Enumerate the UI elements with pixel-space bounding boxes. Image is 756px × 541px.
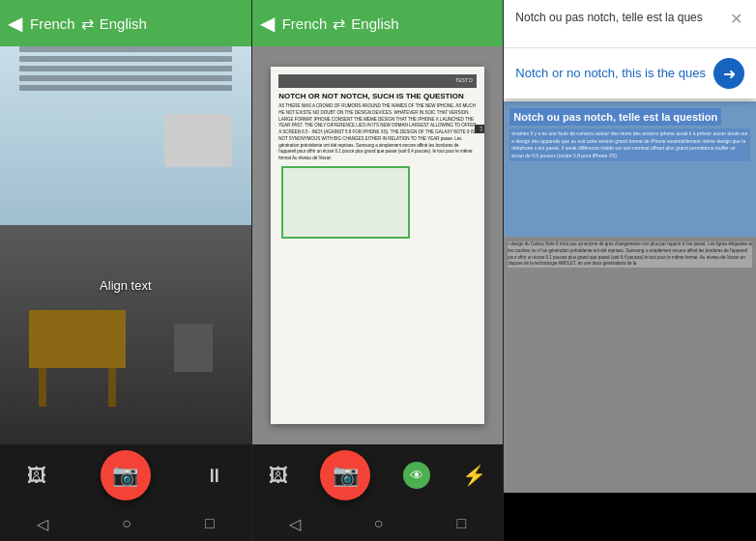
- panel1-topbar: ◀ French ⇄ English: [0, 0, 251, 46]
- blind-slat: [19, 46, 232, 52]
- doc-text-below-highlight: • design du Galaxy Note 9 n'est pas syno…: [508, 242, 752, 268]
- doc-side-badge: FY: [475, 125, 484, 133]
- target-lang-p2: English: [351, 15, 398, 32]
- translation-go-button[interactable]: ➜: [713, 58, 744, 89]
- target-lang-p1: English: [100, 15, 147, 32]
- window-blinds: [19, 46, 232, 104]
- doc-highlight-box: [281, 166, 409, 238]
- translation-source-text: Notch ou pas notch, telle est la ques: [515, 10, 720, 26]
- doc-paper: TEST D NOTCH OR NOT NOTCH, SUCH IS THE Q…: [271, 67, 484, 425]
- desk-leg-left: [39, 368, 46, 407]
- room-window: [0, 46, 251, 225]
- go-arrow-icon: ➜: [723, 65, 736, 83]
- room-floor: [0, 225, 251, 444]
- nav-back-p1[interactable]: ◁: [37, 515, 48, 533]
- eye-icon-p2: 👁: [410, 468, 423, 483]
- back-button-p2[interactable]: ◀: [260, 12, 275, 35]
- nav-home-p2[interactable]: ○: [374, 515, 384, 532]
- camera-view-p1: Align text: [0, 46, 251, 444]
- gallery-button-p2[interactable]: 🖼: [269, 465, 288, 487]
- doc-header-bar: TEST D: [278, 74, 477, 88]
- panel-document: ◀ French ⇄ English TEST D NOTCH OR NOT N…: [252, 0, 505, 541]
- back-button-p1[interactable]: ◀: [8, 12, 22, 35]
- highlight-title: Notch ou pas notch, telle est la questio…: [509, 108, 721, 126]
- align-text-label: Align text: [100, 278, 151, 293]
- translation-result-row: Notch or no notch, this is the ques ➜: [504, 48, 756, 99]
- room-desk: [29, 310, 126, 368]
- panel1-bottom-bar: 🖼 📷 ⏸: [0, 444, 251, 506]
- room-chair: [174, 324, 213, 372]
- gallery-button-p1[interactable]: 🖼: [27, 465, 46, 487]
- doc-title: NOTCH OR NOT NOTCH, SUCH IS THE QUESTION: [278, 92, 477, 101]
- panel-camera: ◀ French ⇄ English: [0, 0, 252, 541]
- panel-translation: ◀ French → English Notch ou pas notch, t…: [504, 0, 756, 541]
- panel3-doc-area: Notch ou pas notch, telle est la questio…: [504, 101, 756, 493]
- panel2-nav-bar: ◁ ○ □: [252, 506, 504, 541]
- translation-close-button[interactable]: ✕: [728, 10, 744, 28]
- blind-slat: [19, 56, 232, 62]
- translation-result-text: Notch or no notch, this is the ques: [515, 65, 713, 82]
- capture-button-p2[interactable]: 📷: [320, 450, 370, 500]
- document-view-p2: TEST D NOTCH OR NOT NOTCH, SUCH IS THE Q…: [252, 46, 504, 444]
- eye-button-p2[interactable]: 👁: [403, 462, 430, 489]
- camera-icon-p1: 📷: [112, 463, 138, 488]
- pause-button-p1[interactable]: ⏸: [205, 465, 224, 487]
- blind-slat: [19, 66, 232, 71]
- highlighted-text-region: Notch ou pas notch, telle est la questio…: [504, 101, 756, 237]
- nav-recent-p2[interactable]: □: [457, 515, 467, 532]
- doc-scene: TEST D NOTCH OR NOT NOTCH, SUCH IS THE Q…: [252, 46, 504, 444]
- source-lang-p2: French: [282, 15, 328, 32]
- nav-back-p2[interactable]: ◁: [289, 515, 301, 533]
- camera-icon-p2: 📷: [333, 463, 359, 488]
- doc-header-text: TEST D: [455, 77, 473, 84]
- panel2-topbar: ◀ French ⇄ English: [252, 0, 504, 46]
- translation-overlay: Notch ou pas notch, telle est la ques ✕ …: [504, 0, 756, 99]
- room-scene: Align text: [0, 46, 251, 444]
- desk-leg-right: [108, 368, 116, 407]
- highlight-body: enames Il y a eu une foule de rumeurs au…: [509, 128, 750, 161]
- blind-slat: [19, 75, 232, 81]
- capture-button-p1[interactable]: 📷: [101, 450, 151, 500]
- doc-body: AS THERE WAS A CROWD OF RUMORS AROUND TH…: [278, 103, 477, 162]
- panel2-bottom-bar: 🖼 📷 👁 ⚡: [252, 444, 504, 506]
- blind-slat: [19, 85, 232, 91]
- translation-source-row: Notch ou pas notch, telle est la ques ✕: [504, 0, 756, 48]
- panel1-nav-bar: ◁ ○ □: [0, 506, 251, 541]
- lang-arrow-p2: ⇄: [333, 14, 345, 33]
- nav-home-p1[interactable]: ○: [122, 515, 131, 532]
- lang-arrow-p1: ⇄: [81, 14, 94, 33]
- flash-button-p2[interactable]: ⚡: [462, 464, 486, 487]
- nav-recent-p1[interactable]: □: [205, 515, 215, 532]
- room-printer: [164, 114, 232, 167]
- source-lang-p1: French: [30, 15, 75, 32]
